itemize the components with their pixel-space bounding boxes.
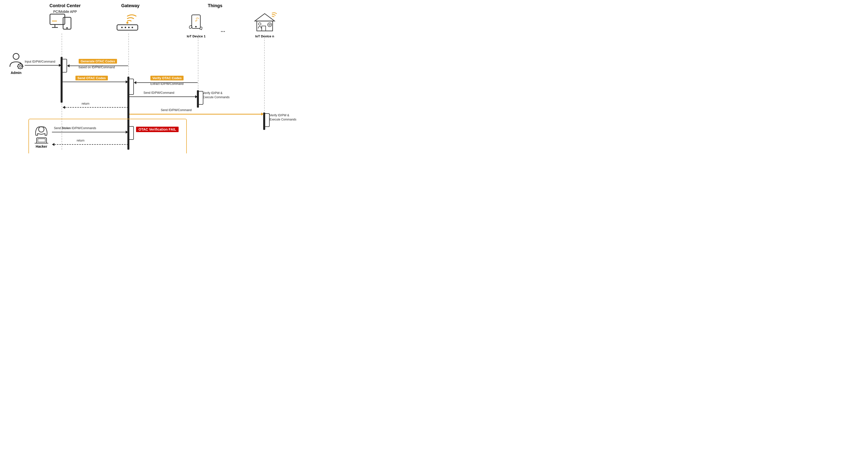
verify-otac-bracket <box>129 79 134 95</box>
hacker-icon <box>32 125 51 144</box>
hacker-send-arrow <box>52 130 128 133</box>
based-on-label: based on ID/PW/Command <box>79 65 115 69</box>
extract-label: Extract ID/PW/Command <box>150 82 184 86</box>
gen-otac-arrowhead <box>67 64 69 67</box>
svg-point-25 <box>195 21 196 22</box>
input-id-arrow <box>25 64 61 67</box>
admin-icon-container: Admin <box>7 52 25 75</box>
admin-icon <box>7 52 25 69</box>
iotn-label: IoT Device n <box>252 34 277 38</box>
input-id-arrowhead <box>59 64 61 67</box>
control-center-icon <box>50 13 72 33</box>
svg-point-31 <box>258 23 261 25</box>
smart-home-icon <box>252 11 277 33</box>
otac-fail-label: OTAC Verification FAIL <box>136 127 179 131</box>
generate-otac-label: Generate OTAC Codes <box>79 59 117 63</box>
svg-point-2 <box>19 65 21 67</box>
control-center-label: Control Center <box>50 3 81 8</box>
verify-otac-arrowhead <box>134 81 136 84</box>
svg-marker-26 <box>255 13 275 21</box>
iot-devicen-icon: IoT Device n <box>252 11 277 38</box>
input-id-label: Input ID/PW/Command <box>25 60 55 63</box>
diagram: Control Center PC/Mobile APP Gateway Thi… <box>0 0 297 153</box>
iotn-exec-bracket <box>265 113 270 127</box>
iot1-thick-bar <box>197 90 199 108</box>
svg-rect-35 <box>38 139 45 142</box>
return2-line <box>55 144 128 145</box>
hacker-box <box>28 119 187 153</box>
svg-point-0 <box>13 54 19 59</box>
iot1-label: IoT Device 1 <box>187 34 206 38</box>
return2-arrow <box>52 143 128 146</box>
verify-exec2-label: Verify ID/PW &Execute Commands <box>270 113 296 122</box>
send-otac-line <box>63 82 126 82</box>
hacker-send-line <box>52 132 126 132</box>
send-otac-arrowhead <box>126 81 128 83</box>
svg-point-24 <box>195 26 197 27</box>
svg-rect-28 <box>262 26 266 31</box>
send-idpw2-orange-arrowhead <box>261 113 264 116</box>
svg-point-16 <box>66 27 68 29</box>
control-center-header: Control Center PC/Mobile APP <box>50 3 81 14</box>
send-idpw2-orange-line <box>129 114 261 115</box>
svg-rect-18 <box>117 25 138 30</box>
control-center-sublabel: PC/Mobile APP <box>53 10 77 13</box>
svg-point-21 <box>128 27 130 28</box>
svg-rect-11 <box>50 14 65 25</box>
gateway-icon <box>115 12 140 33</box>
return1-arrow <box>63 106 128 109</box>
send-idpw1-arrowhead <box>195 95 198 98</box>
svg-point-29 <box>268 23 272 27</box>
things-header: Things <box>208 3 222 9</box>
admin-label: Admin <box>7 71 25 75</box>
return2-arrowhead <box>52 143 55 146</box>
gateway-label: Gateway <box>121 3 140 8</box>
iot1-lifeline <box>198 35 198 92</box>
send-idpw1-arrow <box>129 95 198 98</box>
verify-exec1-label: Verify ID/PW &Execute Commands <box>203 91 229 99</box>
gateway-header: Gateway <box>121 3 140 9</box>
dots-separator: ··· <box>221 28 225 35</box>
return1-arrowhead <box>63 106 65 109</box>
svg-point-30 <box>269 24 270 26</box>
router-icon <box>115 12 140 32</box>
things-label: Things <box>208 3 222 8</box>
monitor-icon <box>50 13 72 32</box>
send-idpw1-line <box>129 96 195 97</box>
svg-point-22 <box>132 27 133 28</box>
generate-otac-bracket <box>63 59 67 72</box>
send-idpw1-label: Send ID/PW/Command <box>144 91 175 94</box>
input-id-line <box>25 65 59 65</box>
hacker-icon-container: Hacker <box>32 125 51 148</box>
svg-point-32 <box>39 127 44 132</box>
send-idpw2-label: Send ID/PW/Command <box>161 108 192 112</box>
svg-point-19 <box>121 27 123 28</box>
send-otac-arrow <box>63 81 128 83</box>
return1-line <box>65 107 128 108</box>
svg-point-17 <box>126 22 128 24</box>
send-otac-label: Send OTAC Codes <box>75 76 108 80</box>
verify-otac-label: Verify OTAC Codes <box>150 76 184 80</box>
hacker-send-arrowhead <box>126 130 128 133</box>
return1-label: return <box>82 102 89 106</box>
svg-point-20 <box>125 27 126 28</box>
phone-hand-icon <box>187 13 205 33</box>
hacker-label: Hacker <box>32 145 51 148</box>
send-idpw2-arrow <box>129 113 264 116</box>
iotn-lifeline <box>264 35 265 119</box>
return2-label: return <box>77 139 84 142</box>
iot-device1-icon: IoT Device 1 <box>187 13 206 38</box>
hacker-send-label: Send Stolen ID/PW/Commands <box>54 126 96 130</box>
